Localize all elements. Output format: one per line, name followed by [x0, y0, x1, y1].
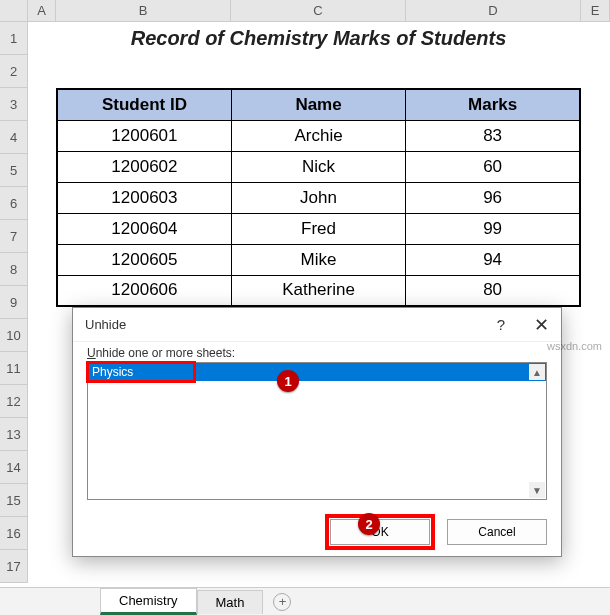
list-item-physics[interactable]: Physics	[88, 363, 546, 381]
col-header-B[interactable]: B	[56, 0, 231, 21]
row-header-7[interactable]: 7	[0, 220, 28, 253]
table-row: 1200601Archie83	[57, 120, 580, 151]
data-table: Student ID Name Marks 1200601Archie83 12…	[56, 88, 581, 307]
row-header-9[interactable]: 9	[0, 286, 28, 319]
table-row: 1200605Mike94	[57, 244, 580, 275]
help-button[interactable]: ?	[481, 308, 521, 342]
th-marks: Marks	[406, 89, 580, 120]
row-header-15[interactable]: 15	[0, 484, 28, 517]
annotation-marker-2: 2	[358, 513, 380, 535]
row-header-16[interactable]: 16	[0, 517, 28, 550]
unhide-label: Unhide one or more sheets:	[87, 346, 547, 360]
sheet-tab-bar: Chemistry Math +	[0, 587, 610, 615]
col-header-C[interactable]: C	[231, 0, 406, 21]
col-header-A[interactable]: A	[28, 0, 56, 21]
row-header-1[interactable]: 1	[0, 22, 28, 55]
title-cell: Record of Chemistry Marks of Students	[56, 22, 581, 55]
table-row: 1200602Nick60	[57, 151, 580, 182]
row-header-6[interactable]: 6	[0, 187, 28, 220]
col-header-D[interactable]: D	[406, 0, 581, 21]
tab-chemistry[interactable]: Chemistry	[100, 588, 197, 615]
th-student-id: Student ID	[57, 89, 231, 120]
annotation-marker-1: 1	[277, 370, 299, 392]
ok-button[interactable]: OK	[330, 519, 430, 545]
row-header-2[interactable]: 2	[0, 55, 28, 88]
dialog-title-text: Unhide	[85, 317, 126, 332]
row-header-13[interactable]: 13	[0, 418, 28, 451]
row-header-3[interactable]: 3	[0, 88, 28, 121]
scroll-down-icon[interactable]: ▼	[529, 482, 545, 498]
new-sheet-button[interactable]: +	[273, 593, 291, 611]
watermark-text: wsxdn.com	[547, 340, 602, 352]
sheet-listbox[interactable]: Physics ▲ ▼	[87, 362, 547, 500]
row-header-5[interactable]: 5	[0, 154, 28, 187]
select-all-corner[interactable]	[0, 0, 28, 21]
ok-highlight: OK	[325, 514, 435, 550]
table-row: 1200604Fred99	[57, 213, 580, 244]
tab-math[interactable]: Math	[197, 590, 264, 614]
scroll-up-icon[interactable]: ▲	[529, 364, 545, 380]
row-headers: 1 2 3 4 5 6 7 8 9 10 11 12 13 14 15 16 1…	[0, 22, 28, 583]
close-button[interactable]: ✕	[521, 308, 561, 342]
table-row: 1200606Katherine80	[57, 275, 580, 306]
row-header-8[interactable]: 8	[0, 253, 28, 286]
table-row: 1200603John96	[57, 182, 580, 213]
col-header-E[interactable]: E	[581, 0, 610, 21]
cancel-button[interactable]: Cancel	[447, 519, 547, 545]
row-header-10[interactable]: 10	[0, 319, 28, 352]
th-name: Name	[231, 89, 405, 120]
row-header-17[interactable]: 17	[0, 550, 28, 583]
column-headers: A B C D E	[0, 0, 610, 22]
unhide-dialog: Unhide ? ✕ Unhide one or more sheets: Ph…	[72, 307, 562, 557]
row-header-14[interactable]: 14	[0, 451, 28, 484]
dialog-titlebar[interactable]: Unhide ? ✕	[73, 308, 561, 342]
row-header-11[interactable]: 11	[0, 352, 28, 385]
row-header-12[interactable]: 12	[0, 385, 28, 418]
row-header-4[interactable]: 4	[0, 121, 28, 154]
